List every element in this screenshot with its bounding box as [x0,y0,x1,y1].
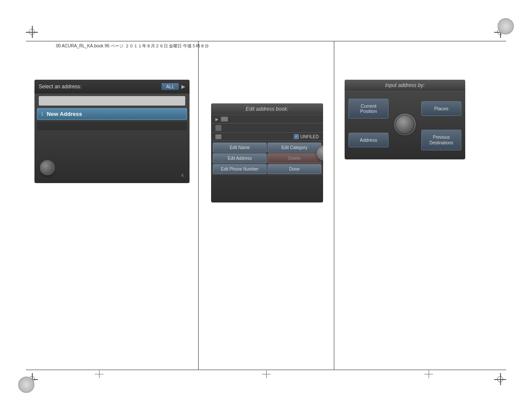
input-header: Input address by: [345,80,465,91]
address-button[interactable]: Address [348,133,389,147]
knob-area-right [392,114,418,135]
address-list: 1 New Address [37,108,187,120]
delete-button[interactable]: Delete [268,153,321,163]
previous-destinations-button[interactable]: PreviousDestinations [421,130,461,150]
play-icon: ▶ [215,117,218,121]
floppy-icon [215,125,221,131]
input-buttons-area: Current Position Places Address Previous… [345,91,465,157]
divider-right [334,41,334,370]
control-knob-left[interactable] [40,160,55,175]
edit-address-book-screen: Edit address book: ▶ ✓ UNFILED Edit Name… [211,103,323,202]
edit-phone-button[interactable]: Edit Phone Number [213,164,267,174]
edit-icons-row-3: ✓ UNFILED [211,133,323,141]
select-address-screen: Select an address: ALL ▶ 1 New Address 4 [34,80,190,183]
edit-name-button[interactable]: Edit Name [213,143,267,153]
control-knob-right[interactable] [396,115,414,134]
knob-right-container [394,114,416,135]
edit-category-button[interactable]: Edit Category [268,143,321,153]
item-number: 1 [41,112,44,116]
unfiled-badge: ✓ UNFILED [294,134,319,139]
header-metadata: 00 ACURA_RL_KA.book 96 ページ ２０１１年８月２６日 金曜… [56,43,209,49]
knob-area-left [40,160,55,175]
bottom-right-crosshair [424,370,433,378]
address-search-bar[interactable] [39,96,185,106]
cassette-icon [215,134,221,139]
list-item[interactable]: 1 New Address [37,108,187,120]
divider-left [198,41,199,370]
unfiled-icon: ✓ [294,134,299,139]
done-button[interactable]: Done [268,164,321,174]
bottom-left-crosshair [95,370,103,378]
decorative-circle-bl [18,377,34,393]
current-position-button[interactable]: Current Position [348,99,389,118]
unfiled-label: UNFILED [300,134,319,139]
reg-mark-tl [26,26,38,38]
edit-buttons-grid: Edit Name Edit Category Edit Address Del… [211,141,323,176]
input-address-screen: Input address by: Current Position Place… [345,80,465,159]
decorative-circle-tr [498,18,514,34]
bottom-center-crosshair [262,370,271,378]
page-indicator: 4 [181,173,184,178]
header-rule [26,41,506,41]
reg-mark-br [494,373,506,385]
item-text: New Address [47,111,82,117]
addr-header-label: Select an address: [39,84,162,90]
edit-icons-row-1: ▶ [211,115,323,124]
drive-icon [221,117,228,121]
empty-row-1 [37,121,187,130]
edit-address-button[interactable]: Edit Address [213,153,267,163]
edit-icons-row-2 [211,124,323,133]
control-knob-mid[interactable] [316,145,323,161]
edit-header: Edit address book: [211,103,323,115]
addr-header-bar: Select an address: ALL ▶ [34,80,190,93]
places-button[interactable]: Places [421,101,461,116]
filter-arrow[interactable]: ▶ [181,84,185,90]
filter-value[interactable]: ALL [162,83,179,90]
knob-area-mid [316,145,323,161]
